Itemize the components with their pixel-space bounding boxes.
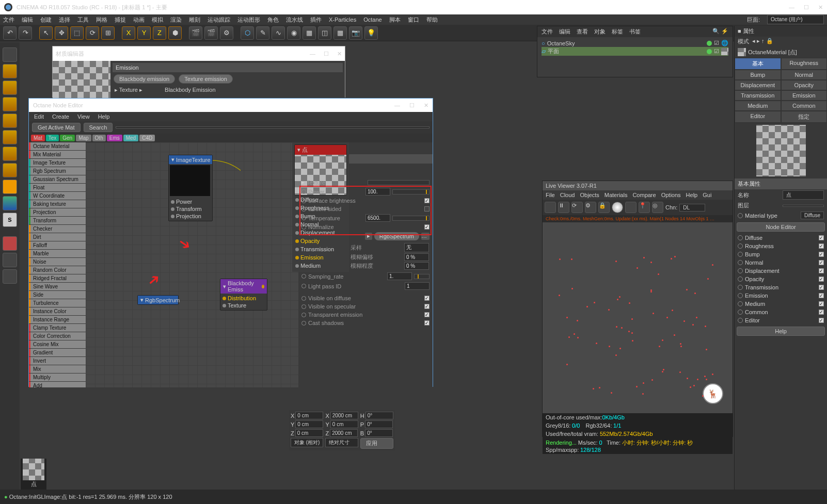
sr-field[interactable]: 1. bbox=[387, 272, 412, 280]
ne-menu[interactable]: Help bbox=[98, 113, 110, 120]
maximize-button[interactable]: ☐ bbox=[804, 4, 809, 11]
get-active-mat-button[interactable]: Get Active Mat bbox=[32, 123, 81, 132]
menu-item[interactable]: 运动跟踪 bbox=[208, 16, 230, 24]
deform-icon[interactable]: ◫ bbox=[318, 26, 331, 40]
ne-menu[interactable]: Edit bbox=[34, 113, 44, 120]
max-icon[interactable]: ☐ bbox=[409, 102, 415, 109]
sy-field[interactable] bbox=[330, 420, 358, 428]
h-field[interactable] bbox=[365, 412, 393, 419]
node-type-item[interactable]: Mix Material bbox=[29, 151, 86, 158]
menu-item[interactable]: Octane bbox=[363, 17, 381, 23]
coord-icon[interactable]: ⬢ bbox=[168, 26, 182, 40]
sx-field[interactable] bbox=[330, 412, 358, 419]
menu-item[interactable]: 运动图形 bbox=[237, 16, 260, 24]
move-icon[interactable]: ✥ bbox=[55, 26, 68, 40]
menu-item[interactable]: 编辑 bbox=[22, 16, 33, 24]
menu-item[interactable]: 流水线 bbox=[286, 16, 303, 24]
target-icon[interactable]: ◎ bbox=[652, 202, 663, 213]
cube-icon[interactable]: ⬡ bbox=[241, 26, 254, 40]
z-axis-icon[interactable]: Z bbox=[153, 26, 166, 40]
power-slider[interactable] bbox=[392, 189, 430, 194]
spline-icon[interactable]: ∿ bbox=[272, 26, 285, 40]
node-type-item[interactable]: Gradient bbox=[29, 349, 86, 356]
ltool[interactable] bbox=[3, 113, 17, 128]
lv-menu[interactable]: Compare bbox=[632, 192, 656, 198]
ltool[interactable] bbox=[3, 97, 17, 111]
node-graph[interactable]: ▾ ImageTexture Power Transform Projectio… bbox=[86, 142, 298, 387]
p-field[interactable] bbox=[365, 420, 393, 428]
dist-arrow[interactable]: ▸ bbox=[365, 233, 372, 240]
node-type-item[interactable]: Invert bbox=[29, 357, 86, 365]
node-type-item[interactable]: Instance Color bbox=[29, 307, 86, 315]
lv-menu[interactable]: Cloud bbox=[560, 192, 575, 198]
texture-row[interactable]: Texture bbox=[307, 180, 365, 186]
ntab[interactable]: Oth bbox=[92, 135, 106, 141]
node-type-item[interactable]: Projection bbox=[29, 208, 86, 216]
ltool[interactable] bbox=[3, 147, 17, 161]
node-type-item[interactable]: Turbulence bbox=[29, 299, 86, 307]
tool-icon[interactable]: ⊞ bbox=[101, 26, 115, 40]
om-menu[interactable]: 对象 bbox=[594, 28, 606, 36]
name-field[interactable]: 点 bbox=[783, 190, 824, 200]
dist-more[interactable]: … bbox=[421, 233, 430, 240]
tab-disp[interactable]: Displacement bbox=[735, 80, 781, 90]
menu-item[interactable]: 插件 bbox=[310, 16, 322, 24]
om-menu[interactable]: 文件 bbox=[542, 28, 553, 36]
help-button[interactable]: Help bbox=[737, 327, 825, 336]
close-icon[interactable]: ✕ bbox=[337, 51, 342, 57]
attr-normal[interactable]: Normal✓ bbox=[735, 258, 827, 267]
pause-icon[interactable]: ⏸ bbox=[558, 202, 569, 213]
ne-menu[interactable]: Create bbox=[52, 113, 69, 120]
scale-icon[interactable]: ⬚ bbox=[70, 26, 84, 40]
lv-canvas[interactable]: 🦌 bbox=[543, 222, 733, 413]
node-type-item[interactable]: W Coordinate bbox=[29, 192, 86, 200]
node-editor-button[interactable]: Node Editor bbox=[737, 222, 825, 232]
b-field[interactable] bbox=[365, 429, 393, 437]
node-type-item[interactable]: Falloff bbox=[29, 241, 86, 249]
ntab[interactable]: Mat bbox=[31, 135, 45, 141]
lv-menu[interactable]: Options bbox=[661, 192, 681, 198]
node-type-item[interactable]: Cosine Mix bbox=[29, 340, 86, 348]
min-icon[interactable]: — bbox=[394, 102, 400, 109]
tab-roughness[interactable]: Roughness bbox=[781, 58, 828, 70]
mat-input-emission[interactable]: Emission bbox=[294, 253, 347, 262]
mat-input-medium[interactable]: Medium bbox=[294, 262, 347, 270]
om-menu[interactable]: 标签 bbox=[612, 28, 623, 36]
node-type-item[interactable]: Octane Material bbox=[29, 142, 86, 150]
ltool[interactable] bbox=[3, 47, 17, 62]
ltool[interactable]: S bbox=[3, 213, 17, 227]
ltool[interactable] bbox=[3, 163, 17, 177]
node-type-item[interactable]: Rgb Spectrum bbox=[29, 167, 86, 175]
norm-check[interactable]: ✓ bbox=[424, 224, 430, 230]
menu-item[interactable]: 脚本 bbox=[389, 16, 401, 24]
sphere-icon[interactable] bbox=[612, 202, 623, 213]
node-type-item[interactable]: Dirt bbox=[29, 233, 86, 241]
select-icon[interactable]: ↖ bbox=[39, 26, 53, 40]
node-type-item[interactable]: Checker bbox=[29, 225, 86, 233]
tab-basic[interactable]: 基本 bbox=[735, 58, 781, 70]
ntab[interactable]: Gen bbox=[60, 135, 75, 141]
menu-item[interactable]: 帮助 bbox=[426, 16, 438, 24]
attr-transmission[interactable]: Transmission✓ bbox=[735, 283, 827, 291]
apply-button[interactable]: 应用 bbox=[360, 438, 393, 449]
size-mode[interactable]: 绝对尺寸 bbox=[325, 438, 358, 447]
min-icon[interactable]: — bbox=[310, 51, 315, 57]
settings-icon[interactable]: ⚙ bbox=[220, 26, 233, 40]
temp-slider[interactable] bbox=[392, 216, 430, 221]
menu-item[interactable]: 选择 bbox=[59, 16, 70, 24]
tab-normal[interactable]: Normal bbox=[781, 70, 828, 80]
tab-editor[interactable]: Editor bbox=[735, 111, 781, 123]
lv-menu[interactable]: Objects bbox=[580, 192, 599, 198]
light-icon[interactable]: 💡 bbox=[364, 26, 378, 40]
attr-roughness[interactable]: Roughness✓ bbox=[735, 242, 827, 250]
ntab[interactable]: Tex bbox=[46, 135, 59, 141]
lock-icon[interactable]: 🔒 bbox=[598, 202, 610, 213]
node-type-item[interactable]: Baking texture bbox=[29, 200, 86, 208]
attr-diffuse[interactable]: Diffuse✓ bbox=[735, 234, 827, 242]
layout-dropdown[interactable]: Octane (用户) bbox=[767, 15, 824, 24]
menu-item[interactable]: 动画 bbox=[133, 16, 145, 24]
minimize-button[interactable]: — bbox=[789, 4, 794, 11]
sb-check[interactable]: ✓ bbox=[424, 198, 430, 203]
z-field[interactable] bbox=[295, 429, 323, 437]
power-field[interactable]: 100. bbox=[365, 188, 390, 196]
